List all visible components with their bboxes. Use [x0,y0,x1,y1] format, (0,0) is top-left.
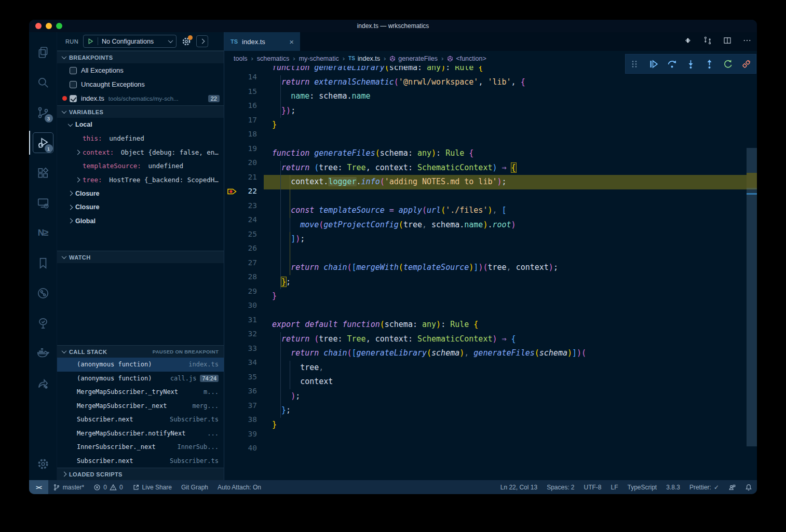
split-editor-icon[interactable] [723,36,732,47]
breadcrumb-item-my-schematic[interactable]: my-schematic [299,55,339,62]
call-stack-row[interactable]: Subscriber.nextSubscriber.ts [57,454,224,468]
extensions-icon[interactable] [29,158,57,188]
variable-row[interactable]: tree: HostTree {_backend: ScopedH… [57,173,224,187]
nx-console-icon[interactable]: N≥ [29,218,57,248]
notifications-status[interactable] [740,480,757,494]
variable-row[interactable]: context: Object {debug: false, en… [57,145,224,159]
call-stack-row[interactable]: (anonymous function)index.ts [57,358,224,372]
more-actions-icon[interactable] [742,36,752,47]
gitlens-icon[interactable] [683,36,693,47]
remote-explorer-icon[interactable] [29,188,57,218]
continue-button[interactable] [648,59,658,69]
code-line[interactable]: 31 [224,304,757,318]
run-and-debug-icon[interactable]: 1 [29,128,57,158]
cursor-position-status[interactable]: Ln 22, Col 13 [496,480,542,494]
restart-button[interactable] [723,59,733,69]
close-window-button[interactable] [35,23,42,29]
git-branch-status[interactable]: master* [48,480,89,494]
call-stack-row[interactable]: MergeMapSubscriber._tryNextm... [57,385,224,399]
code-line[interactable]: 22 context.logger.info('adding NOTES.md … [224,175,757,189]
code-line[interactable]: 38 }; [224,403,757,418]
disconnect-button[interactable] [741,59,751,69]
remote-indicator[interactable]: >< [29,480,48,494]
step-out-button[interactable] [704,59,714,69]
breadcrumb-item-schematics[interactable]: schematics [257,55,290,62]
code-line[interactable]: 19 [224,132,757,147]
language-mode-status[interactable]: TypeScript [623,480,662,494]
code-line[interactable]: 15 return externalSchematic('@nrwl/works… [224,75,757,90]
checkbox[interactable] [70,95,77,102]
code-line[interactable]: 34 return chain([generateLibrary(schema)… [224,346,757,361]
variable-row[interactable]: Global [57,214,224,228]
feedback-status[interactable] [724,480,740,494]
source-control-icon[interactable]: 3 [29,98,57,128]
live-share-icon[interactable] [29,369,57,399]
manage-settings-icon[interactable] [29,448,57,480]
debug-configuration-dropdown[interactable]: No Configurations [83,35,177,48]
bookmarks-icon[interactable] [29,248,57,278]
code-line[interactable]: 29 }; [224,275,757,290]
code-line[interactable]: 33 return (tree: Tree, context: Schemati… [224,332,757,347]
call-stack-row[interactable]: InnerSubscriber._nextInnerSub... [57,440,224,454]
watch-section-header[interactable]: WATCH [57,251,224,263]
code-line[interactable]: 40 [224,432,757,446]
code-line[interactable]: 21 return (tree: Tree, context: Schemati… [224,161,757,175]
tab-index-ts[interactable]: TS index.ts × [224,32,300,51]
loaded-scripts-section-header[interactable]: LOADED SCRIPTS [57,468,224,480]
breadcrumb-item-generateFiles[interactable]: generateFiles [389,55,438,62]
code-line[interactable]: 27 [224,247,757,261]
step-over-button[interactable] [667,59,677,69]
code-line[interactable]: 18} [224,118,757,132]
git-graph-status[interactable]: Git Graph [177,480,213,494]
drag-handle-icon[interactable] [630,59,640,69]
code-line[interactable]: 35 tree, [224,361,757,375]
call-stack-row[interactable]: (anonymous function)call.js74:24 [57,372,224,386]
breadcrumb-item-function[interactable]: <function> [447,55,486,62]
breakpoint-row[interactable]: index.ts tools/schematics/my-sch... 22 [57,91,224,105]
code-line[interactable]: 36 context [224,375,757,389]
call-stack-section-header[interactable]: CALL STACK PAUSED ON BREAKPOINT [57,345,224,358]
breadcrumb-item-file[interactable]: TS index.ts [348,55,380,62]
configure-gear-icon[interactable] [181,36,192,47]
titlebar[interactable]: index.ts — wrkschematics [29,20,757,32]
problems-status[interactable]: 0 0 [89,480,127,494]
variable-row[interactable]: Local [57,118,224,132]
code-line[interactable]: 28 return chain([mergeWith(templateSourc… [224,261,757,275]
prettier-status[interactable]: Prettier: ✓ [685,480,724,494]
variable-row[interactable]: Closure [57,200,224,214]
breakpoint-row[interactable]: Uncaught Exceptions [57,77,224,91]
debug-console-button[interactable] [196,35,208,47]
variable-row[interactable]: templateSource: undefined [57,159,224,173]
live-share-status[interactable]: Live Share [128,480,177,494]
encoding-status[interactable]: UTF-8 [579,480,606,494]
code-line[interactable]: 24 const templateSource = apply(url('./f… [224,203,757,218]
todo-tree-icon[interactable] [29,308,57,338]
call-stack-row[interactable]: MergeMapSubscriber.notifyNext... [57,427,224,441]
code-line[interactable]: 39} [224,418,757,432]
code-line[interactable]: 26 ]); [224,232,757,247]
code-line[interactable]: 16 name: schema.name [224,89,757,104]
eol-status[interactable]: LF [606,480,623,494]
checkbox[interactable] [70,67,77,74]
step-into-button[interactable] [686,59,696,69]
code-editor[interactable]: 14function generateLibrary(schema: any):… [224,66,757,480]
call-stack-row[interactable]: Subscriber.nextSubscriber.ts [57,413,224,427]
search-icon[interactable] [29,67,57,98]
code-line[interactable]: 23 [224,189,757,204]
variable-row[interactable]: this: undefined [57,132,224,146]
explorer-icon[interactable] [29,37,57,67]
code-line[interactable]: 20function generateFiles(schema: any): R… [224,146,757,161]
close-tab-icon[interactable]: × [289,37,294,46]
start-debug-icon[interactable] [87,38,94,45]
zoom-window-button[interactable] [56,23,62,29]
breakpoints-section-header[interactable]: BREAKPOINTS [57,51,224,63]
indentation-status[interactable]: Spaces: 2 [542,480,579,494]
docker-icon[interactable] [29,338,57,369]
variable-row[interactable]: Closure [57,187,224,201]
code-line[interactable]: 25 move(getProjectConfig(tree, schema.na… [224,218,757,233]
call-stack-row[interactable]: MergeMapSubscriber._nextmerg... [57,399,224,413]
typescript-version-status[interactable]: 3.8.3 [661,480,685,494]
vertical-scrollbar[interactable] [747,66,757,480]
code-line[interactable]: 37 ); [224,389,757,404]
variables-section-header[interactable]: VARIABLES [57,105,224,118]
